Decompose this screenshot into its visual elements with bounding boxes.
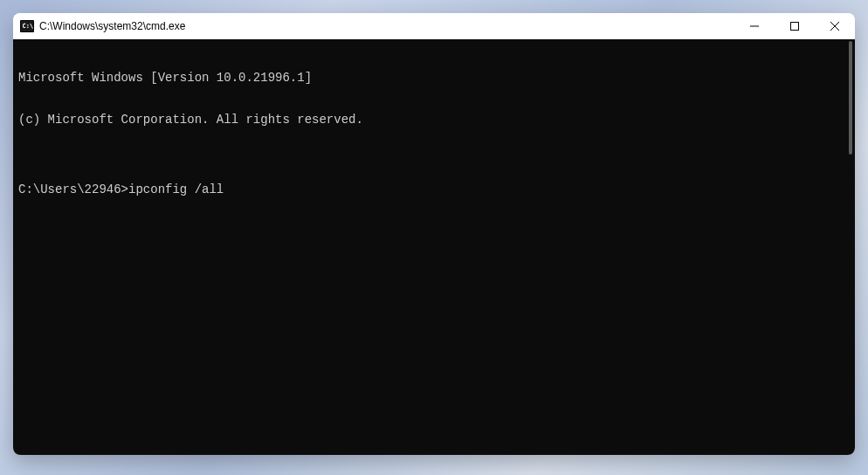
terminal-output-line: (c) Microsoft Corporation. All rights re… bbox=[18, 113, 850, 127]
terminal-prompt-line: C:\Users\22946>ipconfig /all bbox=[18, 182, 850, 196]
terminal-output-line: Microsoft Windows [Version 10.0.21996.1] bbox=[18, 71, 850, 85]
command-text: ipconfig /all bbox=[128, 182, 224, 196]
maximize-button[interactable] bbox=[775, 13, 815, 39]
svg-text:C:\: C:\ bbox=[23, 23, 34, 30]
vertical-scrollbar[interactable] bbox=[841, 39, 855, 455]
svg-rect-4 bbox=[791, 23, 799, 31]
scrollbar-thumb[interactable] bbox=[849, 41, 852, 155]
window-title: C:\Windows\system32\cmd.exe bbox=[39, 20, 734, 32]
prompt-text: C:\Users\22946> bbox=[18, 182, 128, 196]
terminal-content[interactable]: Microsoft Windows [Version 10.0.21996.1]… bbox=[13, 39, 855, 455]
close-button[interactable] bbox=[815, 13, 855, 39]
cmd-window: C:\ C:\Windows\system32\cmd.exe Microsof… bbox=[13, 13, 855, 455]
titlebar[interactable]: C:\ C:\Windows\system32\cmd.exe bbox=[13, 13, 855, 39]
cmd-icon: C:\ bbox=[20, 19, 34, 33]
window-controls bbox=[734, 13, 855, 39]
minimize-button[interactable] bbox=[734, 13, 775, 39]
